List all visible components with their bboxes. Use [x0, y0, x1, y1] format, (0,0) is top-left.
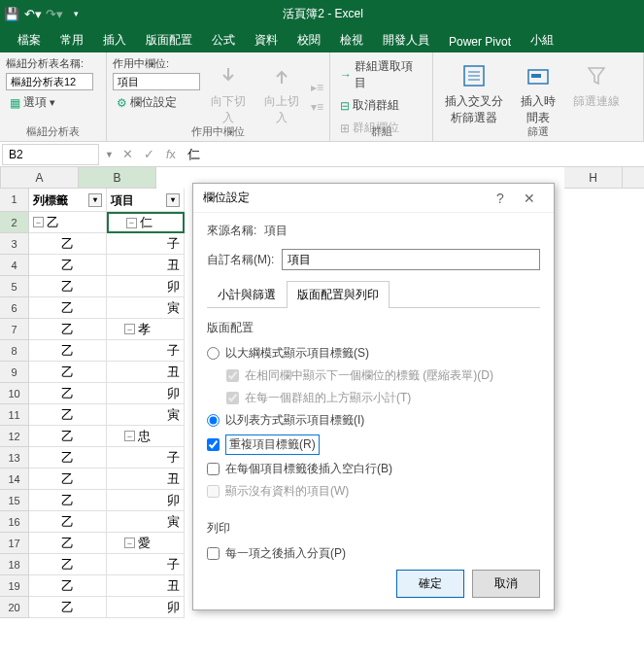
cell[interactable]: 丑	[107, 575, 185, 597]
cell[interactable]: 寅	[107, 511, 185, 533]
row-head[interactable]: 14	[0, 469, 29, 490]
tab-layout[interactable]: 版面配置	[136, 28, 202, 52]
opt-outline-mode[interactable]: 以大綱模式顯示項目標籤(S)	[207, 342, 540, 365]
cell[interactable]: 乙	[29, 533, 107, 554]
col-head-b[interactable]: B	[79, 167, 156, 189]
col-head-i[interactable]: I	[623, 167, 644, 189]
row-head[interactable]: 8	[0, 340, 29, 362]
row-head[interactable]: 18	[0, 554, 29, 575]
cell[interactable]: 丑	[107, 469, 185, 490]
tab-data[interactable]: 資料	[245, 28, 288, 52]
cell[interactable]: −仁	[107, 212, 185, 233]
row-head[interactable]: 9	[0, 362, 29, 383]
row-head[interactable]: 10	[0, 383, 29, 404]
cell-header-b[interactable]: 項目▾	[107, 189, 185, 212]
tab-insert[interactable]: 插入	[93, 28, 136, 52]
cell[interactable]: 乙	[29, 362, 107, 383]
accept-formula-icon[interactable]: ✓	[139, 147, 160, 161]
cell[interactable]: 子	[107, 340, 185, 362]
save-icon[interactable]: 💾	[4, 6, 19, 21]
ungroup-button[interactable]: ⊟取消群組	[336, 95, 426, 116]
custom-name-input[interactable]	[282, 249, 540, 270]
cell[interactable]: −孝	[107, 319, 185, 340]
dialog-tab-layout[interactable]: 版面配置與列印	[287, 281, 390, 308]
cell[interactable]: 乙	[29, 383, 107, 404]
row-head[interactable]: 7	[0, 319, 29, 340]
group-selection-button[interactable]: →群組選取項目	[336, 56, 426, 93]
cell[interactable]: −愛	[107, 533, 185, 554]
collapse-icon[interactable]: −	[124, 324, 135, 334]
collapse-icon[interactable]: −	[33, 217, 44, 227]
row-head[interactable]: 16	[0, 511, 29, 533]
col-head-h[interactable]: H	[564, 167, 623, 189]
row-head[interactable]: 2	[0, 212, 29, 233]
row-head[interactable]: 19	[0, 575, 29, 597]
dialog-help-button[interactable]: ?	[486, 191, 515, 206]
row-head[interactable]: 17	[0, 533, 29, 554]
cell[interactable]: 丑	[107, 255, 185, 276]
col-head-a[interactable]: A	[1, 167, 79, 189]
row-head[interactable]: 3	[0, 233, 29, 255]
cell[interactable]: 乙	[29, 404, 107, 426]
cell[interactable]: 乙	[29, 490, 107, 511]
namebox-dropdown-icon[interactable]: ▼	[101, 150, 118, 159]
pivot-options-button[interactable]: ▦選項 ▾	[6, 92, 93, 113]
cell[interactable]: 卯	[107, 597, 185, 618]
cell[interactable]: 乙	[29, 597, 107, 618]
dialog-close-button[interactable]: ✕	[515, 191, 544, 206]
tab-powerpivot[interactable]: Power Pivot	[439, 31, 521, 52]
collapse-icon[interactable]: −	[124, 538, 135, 548]
row-head[interactable]: 12	[0, 426, 29, 447]
cell[interactable]: 乙	[29, 554, 107, 575]
cell[interactable]: 乙	[29, 447, 107, 469]
cell[interactable]: 乙	[29, 426, 107, 447]
filter-icon[interactable]: ▾	[166, 193, 180, 207]
row-head[interactable]: 15	[0, 490, 29, 511]
cell[interactable]: 乙	[29, 255, 107, 276]
row-head[interactable]: 1	[0, 189, 29, 212]
cell[interactable]: 乙	[29, 511, 107, 533]
name-box[interactable]: B2	[2, 144, 99, 165]
cell[interactable]: 卯	[107, 490, 185, 511]
row-head[interactable]: 11	[0, 404, 29, 426]
tab-view[interactable]: 檢視	[330, 28, 373, 52]
row-head[interactable]: 13	[0, 447, 29, 469]
formula-input[interactable]: 仁	[182, 143, 644, 166]
cell-header-a[interactable]: 列標籤▾	[29, 189, 107, 212]
pivot-name-input[interactable]	[6, 73, 93, 90]
row-head[interactable]: 20	[0, 597, 29, 618]
cell[interactable]: 乙	[29, 319, 107, 340]
tab-team[interactable]: 小組	[521, 28, 563, 52]
cell[interactable]: 乙	[29, 575, 107, 597]
tab-developer[interactable]: 開發人員	[373, 28, 439, 52]
cell[interactable]: 丑	[107, 362, 185, 383]
ok-button[interactable]: 確定	[396, 570, 464, 598]
cancel-formula-icon[interactable]: ✕	[118, 147, 139, 161]
opt-tabular-mode[interactable]: 以列表方式顯示項目標籤(I)	[207, 409, 540, 432]
cell[interactable]: −忠	[107, 426, 185, 447]
cell[interactable]: −乙	[29, 212, 107, 233]
cell[interactable]: 寅	[107, 404, 185, 426]
cell[interactable]: 寅	[107, 297, 185, 319]
cell[interactable]: 乙	[29, 297, 107, 319]
collapse-icon[interactable]: −	[124, 431, 135, 441]
row-head[interactable]: 5	[0, 276, 29, 297]
tab-formulas[interactable]: 公式	[202, 28, 245, 52]
redo-icon[interactable]: ↷▾	[47, 6, 62, 21]
tab-file[interactable]: 檔案	[8, 28, 51, 52]
cell[interactable]: 子	[107, 447, 185, 469]
opt-blank-row[interactable]: 在每個項目標籤後插入空白行(B)	[207, 458, 540, 480]
undo-icon[interactable]: ↶▾	[25, 6, 41, 21]
qat-more-icon[interactable]: ▾	[68, 6, 84, 21]
tab-home[interactable]: 常用	[51, 28, 93, 52]
filter-icon[interactable]: ▾	[88, 193, 102, 207]
field-settings-button[interactable]: ⚙欄位設定	[113, 92, 200, 113]
fx-icon[interactable]: fx	[160, 147, 182, 161]
cell[interactable]: 卯	[107, 383, 185, 404]
cell[interactable]: 乙	[29, 469, 107, 490]
cell[interactable]: 子	[107, 233, 185, 255]
active-field-input[interactable]	[113, 73, 200, 90]
cell[interactable]: 乙	[29, 276, 107, 297]
dialog-tab-subtotals[interactable]: 小計與篩選	[207, 281, 287, 308]
row-head[interactable]: 6	[0, 297, 29, 319]
